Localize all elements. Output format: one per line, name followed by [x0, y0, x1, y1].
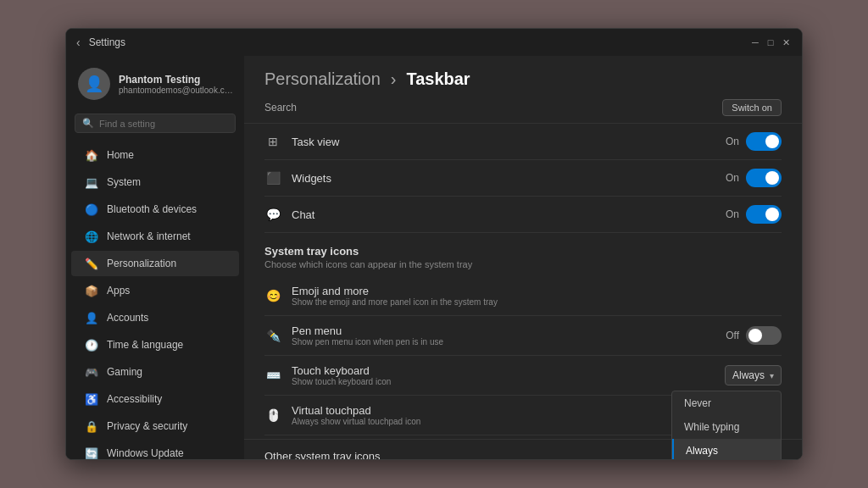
sidebar-item-label: Home: [107, 149, 134, 161]
sidebar-item-label: Accounts: [107, 312, 148, 324]
sidebar-search-box[interactable]: 🔍: [75, 114, 236, 133]
sidebar-item-gaming[interactable]: 🎮 Gaming: [71, 359, 239, 385]
sidebar-item-personalization[interactable]: ✏️ Personalization: [71, 251, 239, 276]
system-tray-subtitle: Choose which icons can appear in the sys…: [264, 259, 782, 269]
search-icon: 🔍: [82, 118, 94, 129]
sidebar-item-system[interactable]: 💻 System: [71, 169, 239, 195]
emoji-sublabel: Show the emoji and more panel icon in th…: [292, 297, 782, 307]
virtual-touchpad-icon: 🖱️: [264, 407, 281, 424]
widgets-label: Widgets: [292, 172, 726, 185]
content-area: 👤 Phantom Testing phantomodemos@outlook.…: [66, 56, 802, 459]
accounts-icon: 👤: [85, 311, 98, 324]
home-icon: 🏠: [85, 148, 98, 162]
sidebar-item-home[interactable]: 🏠 Home: [71, 142, 239, 168]
sidebar-search-input[interactable]: [99, 119, 228, 129]
virtual-touchpad-sublabel: Always show virtual touchpad icon: [292, 417, 726, 426]
pen-menu-label: Pen menu: [292, 324, 726, 337]
system-icon: 💻: [85, 175, 98, 189]
sidebar-item-label: Time & language: [107, 339, 183, 351]
sidebar-item-label: Gaming: [107, 366, 142, 378]
task-view-label: Task view: [292, 136, 726, 148]
network-icon: 🌐: [85, 230, 98, 243]
pen-menu-row: ✒️ Pen menu Show pen menu icon when pen …: [264, 316, 782, 356]
dropdown-never[interactable]: Never: [672, 391, 781, 415]
close-button[interactable]: ✕: [780, 36, 792, 48]
task-view-toggle[interactable]: [746, 132, 782, 151]
user-info: Phantom Testing phantomodemos@outlook.co…: [119, 74, 234, 95]
widgets-row: ⬛ Widgets On: [264, 160, 782, 197]
sidebar-item-label: Privacy & security: [107, 420, 187, 432]
bluetooth-icon: 🔵: [85, 202, 98, 216]
emoji-row: 😊 Emoji and more Show the emoji and more…: [264, 276, 782, 316]
task-view-icon: ⊞: [264, 133, 281, 150]
system-tray-header: System tray icons Choose which icons can…: [244, 233, 802, 276]
user-name: Phantom Testing: [119, 74, 234, 86]
maximize-button[interactable]: □: [765, 36, 776, 48]
touch-keyboard-row: ⌨️ Touch keyboard Show touch keyboard ic…: [264, 356, 782, 396]
touch-keyboard-sublabel: Show touch keyboard icon: [292, 377, 725, 386]
chat-row: 💬 Chat On: [264, 197, 782, 233]
widgets-value: On: [726, 172, 739, 184]
window-controls: ─ □ ✕: [749, 36, 792, 48]
search-dropdown: Never While typing Always: [671, 391, 782, 459]
breadcrumb-separator: ›: [391, 69, 397, 89]
pen-menu-toggle[interactable]: [746, 326, 782, 345]
task-view-value: On: [726, 136, 739, 147]
pen-menu-sublabel: Show pen menu icon when pen is in use: [292, 337, 726, 347]
privacy-icon: 🔒: [85, 419, 98, 433]
sidebar-item-windows-update[interactable]: 🔄 Windows Update: [71, 441, 239, 459]
sidebar-item-label: System: [107, 176, 141, 188]
sidebar-item-label: Windows Update: [107, 447, 184, 459]
windows-update-icon: 🔄: [85, 446, 98, 459]
widgets-icon: ⬛: [264, 169, 281, 186]
gaming-icon: 🎮: [85, 365, 98, 379]
toggle-thumb: [765, 171, 779, 185]
search-setting-row: Search Switch on: [244, 99, 802, 124]
touch-keyboard-label: Touch keyboard: [292, 364, 725, 377]
apps-icon: 📦: [85, 284, 98, 297]
sidebar-item-time[interactable]: 🕐 Time & language: [71, 332, 239, 358]
window-title: Settings: [89, 36, 749, 48]
chat-value: On: [726, 208, 739, 220]
chat-label: Chat: [292, 208, 726, 221]
chevron-down-icon: ▾: [770, 371, 774, 380]
widgets-toggle[interactable]: [746, 169, 782, 187]
switch-on-button[interactable]: Switch on: [722, 99, 782, 116]
system-tray-items: 😊 Emoji and more Show the emoji and more…: [244, 276, 802, 435]
sidebar-item-apps[interactable]: 📦 Apps: [71, 278, 239, 303]
accessibility-icon: ♿: [85, 392, 98, 406]
sidebar-item-network[interactable]: 🌐 Network & internet: [71, 224, 239, 249]
sidebar-item-privacy[interactable]: 🔒 Privacy & security: [71, 413, 239, 439]
sidebar-item-accounts[interactable]: 👤 Accounts: [71, 305, 239, 330]
page-title: Taskbar: [406, 69, 470, 89]
minimize-button[interactable]: ─: [749, 36, 761, 48]
task-view-row: ⊞ Task view On: [264, 124, 782, 160]
touch-keyboard-dropdown[interactable]: Always ▾: [725, 365, 782, 385]
search-label: Search: [264, 102, 722, 114]
toggle-thumb: [765, 135, 779, 148]
dropdown-always[interactable]: Always: [672, 439, 781, 459]
page-header: Personalization › Taskbar: [244, 56, 802, 99]
chat-toggle[interactable]: [746, 205, 782, 224]
sidebar-item-accessibility[interactable]: ♿ Accessibility: [71, 386, 239, 412]
dropdown-while-typing[interactable]: While typing: [672, 415, 781, 439]
main-content: Personalization › Taskbar Search Switch …: [244, 56, 802, 459]
emoji-icon: 😊: [264, 287, 281, 304]
toggle-thumb: [765, 208, 779, 221]
touch-keyboard-icon: ⌨️: [264, 367, 281, 384]
sidebar: 👤 Phantom Testing phantomodemos@outlook.…: [66, 56, 244, 459]
user-section: 👤 Phantom Testing phantomodemos@outlook.…: [66, 56, 244, 110]
taskbar-items-section: ⊞ Task view On ⬛ Widgets On: [244, 124, 802, 233]
dropdown-value: Always: [732, 369, 765, 381]
time-icon: 🕐: [85, 338, 98, 352]
sidebar-item-label: Bluetooth & devices: [107, 203, 197, 215]
avatar: 👤: [78, 68, 110, 100]
breadcrumb: Personalization: [264, 69, 381, 89]
toggle-thumb: [748, 329, 762, 342]
sidebar-item-label: Accessibility: [107, 393, 162, 405]
emoji-label: Emoji and more: [292, 285, 782, 297]
sidebar-item-bluetooth[interactable]: 🔵 Bluetooth & devices: [71, 197, 239, 222]
back-button[interactable]: ‹: [76, 36, 81, 49]
system-tray-title: System tray icons: [264, 245, 782, 258]
sidebar-item-label: Network & internet: [107, 230, 191, 242]
